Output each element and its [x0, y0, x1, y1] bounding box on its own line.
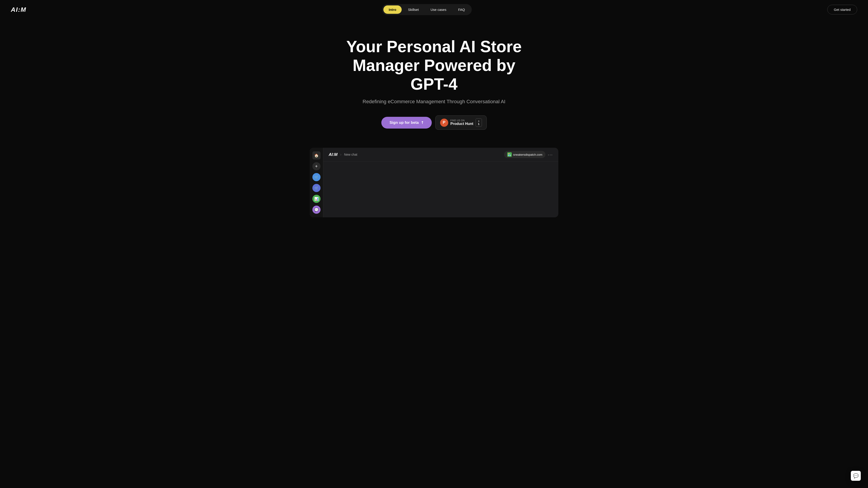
- chat-header: AI:M › New chat 🏪 sneakersdispatch.com ·…: [323, 148, 558, 162]
- plus-icon: +: [315, 164, 318, 169]
- chat-title: New chat: [344, 153, 357, 156]
- signup-label: Sign up for beta: [390, 121, 418, 125]
- store-icon: 🏪: [507, 152, 512, 157]
- hero-actions: Sign up for beta ↗ P FIND US ON Product …: [381, 116, 487, 130]
- get-started-button[interactable]: Get started: [827, 5, 857, 14]
- more-options-button[interactable]: ···: [548, 152, 553, 157]
- sidebar-add-button[interactable]: +: [312, 162, 320, 170]
- hero-subtitle: Redefining eCommerce Management Through …: [363, 99, 505, 105]
- app-preview: 🏠 + 🛒 🛒 📊 💬 AI:M › New chat: [310, 148, 558, 217]
- chat-header-right: 🏪 sneakersdispatch.com ···: [504, 151, 553, 158]
- product-hunt-logo: P: [440, 119, 448, 127]
- tab-use-cases[interactable]: Use cases: [425, 5, 452, 14]
- sidebar-home-button[interactable]: 🏠: [312, 151, 320, 160]
- logo-text: AI:M: [11, 6, 26, 13]
- sidebar-icon-cart2[interactable]: 🛒: [312, 184, 320, 192]
- cart1-icon: 🛒: [314, 175, 319, 180]
- message-icon: 💬: [314, 207, 319, 212]
- product-hunt-button[interactable]: P FIND US ON Product Hunt ▲ 1: [435, 116, 487, 130]
- store-badge: 🏪 sneakersdispatch.com: [504, 151, 546, 158]
- chat-header-left: AI:M › New chat: [329, 152, 358, 157]
- logo: AI:M: [11, 6, 26, 13]
- hero-section: Your Personal AI Store Manager Powered b…: [0, 19, 868, 143]
- sidebar-icon-message[interactable]: 💬: [312, 205, 320, 214]
- cart2-icon: 🛒: [314, 186, 319, 190]
- store-name: sneakersdispatch.com: [513, 153, 542, 156]
- chat-widget-icon: 💬: [853, 473, 859, 479]
- chat-separator: ›: [340, 153, 341, 157]
- vote-arrow-icon: ▲: [477, 120, 480, 122]
- signup-button[interactable]: Sign up for beta ↗: [381, 117, 432, 129]
- sidebar-icon-chart[interactable]: 📊: [312, 195, 320, 203]
- tab-skillset[interactable]: Skillset: [403, 5, 424, 14]
- nav-tabs: Intro Skillset Use cases FAQ: [382, 4, 472, 15]
- product-hunt-label: FIND US ON: [451, 119, 465, 122]
- product-hunt-text: FIND US ON Product Hunt: [451, 119, 473, 126]
- chat-main: AI:M › New chat 🏪 sneakersdispatch.com ·…: [323, 148, 558, 217]
- home-icon: 🏠: [314, 153, 319, 158]
- chat-body: [323, 162, 558, 217]
- navbar: AI:M Intro Skillset Use cases FAQ Get st…: [0, 0, 868, 19]
- chart-icon: 📊: [314, 197, 319, 201]
- tab-faq[interactable]: FAQ: [453, 5, 470, 14]
- arrow-icon: ↗: [420, 120, 425, 125]
- vote-count: 1: [478, 123, 480, 126]
- sidebar: 🏠 + 🛒 🛒 📊 💬: [310, 148, 323, 217]
- chat-widget-button[interactable]: 💬: [851, 471, 861, 481]
- chat-logo: AI:M: [329, 152, 338, 157]
- product-hunt-name: Product Hunt: [451, 122, 473, 126]
- sidebar-icon-cart1[interactable]: 🛒: [312, 173, 320, 181]
- hero-title: Your Personal AI Store Manager Powered b…: [332, 37, 536, 93]
- tab-intro[interactable]: Intro: [383, 5, 402, 14]
- product-hunt-vote: ▲ 1: [475, 119, 482, 127]
